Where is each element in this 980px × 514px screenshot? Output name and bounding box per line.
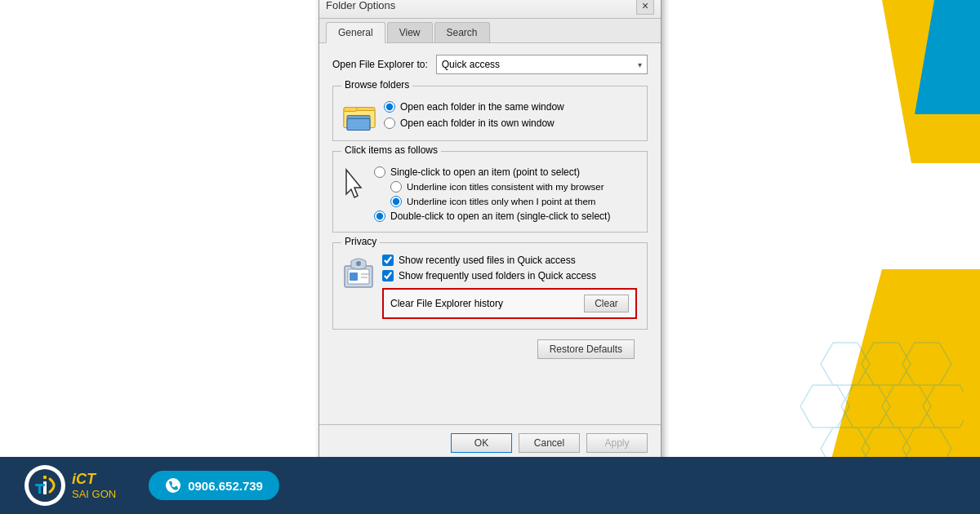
chevron-down-icon: ▾	[638, 60, 642, 69]
own-window-label: Open each folder in its own window	[400, 117, 555, 129]
double-click-radio[interactable]	[374, 210, 385, 222]
phone-area: 0906.652.739	[149, 471, 279, 500]
company-sub: SAI GON	[72, 488, 116, 500]
underline-point-option[interactable]: Underline icon titles only when I point …	[390, 196, 610, 207]
svg-rect-21	[350, 273, 358, 281]
underline-point-radio[interactable]	[390, 196, 402, 207]
open-explorer-row: Open File Explorer to: Quick access ▾	[332, 55, 648, 74]
apply-button[interactable]: Apply	[586, 433, 648, 453]
privacy-group: Privacy Show r	[332, 242, 648, 330]
svg-rect-26	[43, 476, 47, 479]
dialog-title: Folder Options	[326, 0, 395, 11]
click-row: Single-click to open an item (point to s…	[343, 163, 637, 222]
phone-number: 0906.652.739	[188, 479, 263, 493]
dialog-content: Open File Explorer to: Quick access ▾ Br…	[319, 43, 661, 424]
show-recent-files-label: Show recently used files in Quick access	[399, 255, 576, 266]
underline-browser-label: Underline icon titles consistent with my…	[407, 182, 604, 192]
single-click-option[interactable]: Single-click to open an item (point to s…	[374, 166, 610, 178]
show-recent-files-option[interactable]: Show recently used files in Quick access	[382, 255, 637, 266]
restore-row: Restore Defaults	[332, 339, 648, 359]
quick-access-dropdown[interactable]: Quick access ▾	[436, 55, 648, 74]
tab-search[interactable]: Search	[434, 22, 490, 42]
show-frequent-folders-label: Show frequently used folders in Quick ac…	[399, 270, 596, 281]
clear-history-text: Clear File Explorer history	[390, 298, 503, 309]
folder-options-dialog: Folder Options × General View Search Ope…	[318, 0, 662, 465]
privacy-icon	[343, 255, 374, 289]
underline-browser-option[interactable]: Underline icon titles consistent with my…	[390, 181, 610, 193]
privacy-options: Show recently used files in Quick access…	[382, 255, 637, 319]
folder-icon	[343, 100, 376, 131]
double-click-label: Double-click to open an item (single-cli…	[390, 210, 610, 222]
dialog-overlay: Folder Options × General View Search Ope…	[0, 0, 980, 457]
click-items-group: Click items as follows Single-click to o…	[332, 151, 648, 233]
underline-browser-radio[interactable]	[390, 181, 402, 193]
dialog-titlebar: Folder Options ×	[319, 0, 661, 19]
show-frequent-folders-checkbox[interactable]	[382, 270, 394, 281]
browse-row: Open each folder in the same window Open…	[343, 98, 637, 131]
tab-view[interactable]: View	[387, 22, 433, 42]
logo-text-area: iCT SAI GON	[72, 471, 116, 500]
single-click-radio[interactable]	[374, 166, 385, 178]
logo-circle	[24, 465, 65, 506]
svg-rect-17	[347, 119, 370, 131]
logo-area: iCT SAI GON	[24, 465, 116, 506]
browse-radio-options: Open each folder in the same window Open…	[384, 101, 564, 129]
bottom-bar: iCT SAI GON 0906.652.739	[0, 457, 980, 514]
svg-rect-27	[43, 481, 47, 494]
clear-button[interactable]: Clear	[584, 295, 629, 312]
svg-point-30	[166, 478, 180, 493]
open-explorer-label: Open File Explorer to:	[332, 59, 428, 70]
clear-history-row: Clear File Explorer history Clear	[382, 288, 637, 319]
same-window-radio[interactable]	[384, 101, 395, 113]
browse-folders-legend: Browse folders	[341, 79, 412, 91]
click-items-legend: Click items as follows	[341, 144, 441, 156]
underline-point-label: Underline icon titles only when I point …	[407, 197, 595, 206]
svg-rect-29	[38, 484, 41, 494]
svg-marker-18	[346, 170, 361, 197]
privacy-legend: Privacy	[341, 236, 380, 247]
tab-bar: General View Search	[319, 19, 661, 43]
click-options: Single-click to open an item (point to s…	[374, 166, 610, 222]
privacy-row: Show recently used files in Quick access…	[343, 255, 637, 319]
ok-button[interactable]: OK	[451, 433, 512, 453]
restore-defaults-button[interactable]: Restore Defaults	[537, 339, 635, 359]
same-window-option[interactable]: Open each folder in the same window	[384, 101, 564, 113]
single-click-label: Single-click to open an item (point to s…	[390, 166, 580, 178]
svg-rect-15	[344, 108, 357, 112]
tab-general[interactable]: General	[326, 22, 385, 43]
phone-icon	[165, 477, 181, 494]
company-name: iCT	[72, 471, 116, 488]
cancel-button[interactable]: Cancel	[519, 433, 580, 453]
own-window-option[interactable]: Open each folder in its own window	[384, 117, 564, 129]
svg-point-24	[356, 261, 361, 266]
browse-folders-group: Browse folders Open each fo	[332, 86, 648, 141]
close-button[interactable]: ×	[636, 0, 654, 15]
cursor-icon	[343, 168, 366, 201]
same-window-label: Open each folder in the same window	[400, 101, 564, 113]
dropdown-value: Quick access	[442, 59, 500, 70]
show-frequent-folders-option[interactable]: Show frequently used folders in Quick ac…	[382, 270, 637, 281]
own-window-radio[interactable]	[384, 117, 395, 129]
double-click-option[interactable]: Double-click to open an item (single-cli…	[374, 210, 610, 222]
logo-svg	[27, 467, 63, 503]
show-recent-files-checkbox[interactable]	[382, 255, 394, 266]
